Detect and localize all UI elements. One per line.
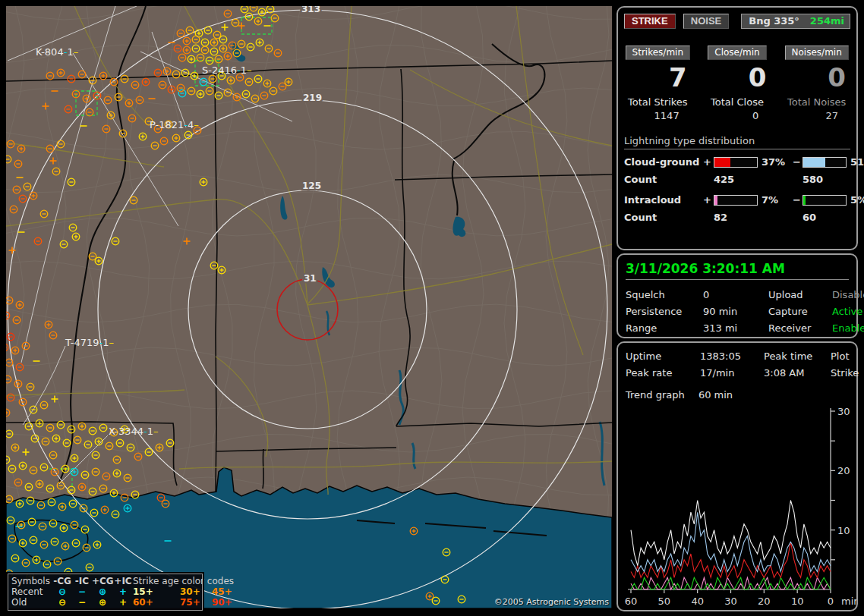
legend-symbol: ⊖	[52, 597, 72, 608]
cg-negative-percent: 51%	[847, 156, 864, 168]
capture-status: Active	[832, 306, 864, 317]
trend-graph-label: Trend graph	[626, 389, 685, 401]
squelch-label: Squelch	[626, 289, 703, 300]
bearing-value: Bng 335°	[749, 15, 799, 27]
intracloud-count-row: Count 82 60	[624, 212, 850, 223]
lightning-app-window: 31321912531 K-804-1–S-2416-1–P-1821-4–T-…	[0, 0, 864, 616]
legend-row-label: Old	[11, 597, 52, 608]
total-noises-value: 27	[777, 108, 856, 121]
ring-label: 219	[303, 93, 322, 103]
plot-mode-value: Strike	[831, 367, 859, 379]
ic-negative-bar	[803, 195, 847, 206]
cloud-ground-count-row: Count 425 580	[624, 174, 850, 185]
peak-time-label: Peak time	[764, 350, 831, 362]
noises-per-min-value: 0	[777, 60, 856, 93]
storm-cell-label: K-804-1–	[36, 46, 78, 58]
svg-text:30: 30	[724, 596, 737, 607]
svg-text:10: 10	[837, 525, 850, 536]
copyright-text: ©2005 Astrogenic Systems	[494, 597, 609, 607]
peak-time-value: 3:08 AM	[764, 367, 831, 379]
ring-label: 31	[304, 273, 317, 284]
strike-trend-chart: 1020306050403020100min	[618, 404, 856, 610]
legend-age-value: 75+	[180, 597, 212, 608]
noises-column: Noises/min 0 Total Noises 27	[777, 46, 856, 121]
cg-negative-bar	[803, 157, 847, 168]
legend-age-value: 90+	[212, 597, 242, 608]
svg-text:min: min	[841, 596, 856, 607]
legend-symbol: +	[113, 586, 133, 597]
trend-series-total-strike-rate	[631, 501, 831, 566]
plot-label: Plot	[831, 350, 859, 362]
persistence-label: Persistence	[626, 306, 703, 317]
distribution-title: Lightning type distribution	[624, 135, 850, 149]
legend-symbol: ⊕	[92, 586, 113, 597]
storm-cell-label: P-1821-4–	[150, 119, 199, 130]
ic-negative-count: 60	[803, 212, 847, 223]
ic-negative-percent: 5%	[847, 194, 864, 206]
minus-sign: −	[793, 156, 803, 168]
noise-mode-button[interactable]: NOISE	[683, 14, 729, 29]
ring-label: 125	[302, 181, 321, 191]
cloud-ground-row: Cloud-ground + 37% − 51%	[624, 156, 850, 168]
cg-positive-percent: 37%	[758, 156, 793, 168]
legend-symbol: +	[113, 597, 133, 608]
total-close-value: 0	[698, 108, 777, 121]
persistence-value: 90 min	[703, 306, 768, 317]
uptime-label: Uptime	[626, 350, 700, 362]
svg-text:40: 40	[691, 596, 704, 607]
trend-series-cg--rate	[631, 512, 831, 571]
legend-header: -CG	[52, 576, 72, 586]
strikes-column: Strikes/min 7 Total Strikes 1147	[618, 46, 698, 121]
lightning-distribution-section: Lightning type distribution Cloud-ground…	[624, 135, 850, 223]
strike-map[interactable]: 31321912531 K-804-1–S-2416-1–P-1821-4–T-…	[6, 6, 612, 608]
noises-per-min-button[interactable]: Noises/min	[785, 46, 849, 60]
strikes-per-min-value: 7	[618, 60, 698, 93]
intracloud-row: Intracloud + 7% − 5%	[624, 194, 850, 206]
legend-header: Symbols	[11, 576, 52, 586]
ic-positive-count: 82	[714, 212, 758, 223]
cg-positive-bar	[714, 157, 758, 168]
svg-text:30: 30	[837, 406, 850, 417]
close-column: Close/min 0 Total Close 0	[698, 46, 777, 121]
legend-age-header: Strike age color codes	[133, 576, 242, 586]
close-per-min-button[interactable]: Close/min	[708, 46, 766, 60]
receiver-status: Enabled	[832, 322, 864, 334]
svg-text:50: 50	[658, 596, 671, 607]
legend-symbol: −	[72, 597, 92, 608]
svg-text:60: 60	[625, 596, 638, 607]
symbol-legend: Symbols-CG-IC+CG+ICStrike age color code…	[8, 574, 203, 611]
bearing-readout: Bng 335°254mi	[741, 14, 850, 29]
minus-sign: −	[793, 194, 803, 206]
strike-stats-panel: STRIKE NOISE Bng 335°254mi Strikes/min 7…	[616, 6, 858, 250]
svg-text:0: 0	[828, 596, 834, 607]
cg-negative-count: 580	[803, 174, 847, 185]
storm-cell-label: X-3344-1–	[109, 426, 159, 437]
storm-cell-label: T-4719-1–	[65, 337, 114, 348]
legend-age-value: 60+	[133, 597, 180, 608]
legend-age-value: 45+	[212, 586, 242, 597]
total-noises-label: Total Noises	[777, 96, 856, 108]
datetime-display: 3/11/2026 3:20:11 AM	[626, 261, 849, 280]
plus-sign: +	[703, 156, 714, 168]
count-label: Count	[624, 174, 703, 185]
legend-header: +IC	[113, 576, 133, 586]
svg-text:20: 20	[837, 465, 850, 476]
legend-header: +CG	[92, 576, 113, 586]
cloud-ground-label: Cloud-ground	[624, 156, 703, 168]
total-close-label: Total Close	[698, 96, 777, 108]
legend-symbol: ⊖	[52, 586, 72, 597]
peak-rate-label: Peak rate	[626, 367, 700, 379]
total-strikes-value: 1147	[618, 108, 698, 121]
squelch-value: 0	[703, 289, 768, 300]
legend-row-label: Recent	[11, 586, 52, 597]
plus-sign: +	[703, 194, 714, 206]
range-value: 313 mi	[703, 322, 768, 334]
map-canvas: 31321912531 K-804-1–S-2416-1–P-1821-4–T-…	[6, 6, 612, 608]
upload-status: Disabled	[832, 289, 864, 300]
strike-mode-button[interactable]: STRIKE	[624, 14, 676, 29]
legend-symbol: −	[72, 586, 92, 597]
strikes-per-min-button[interactable]: Strikes/min	[626, 46, 690, 60]
uptime-value: 1383:05	[700, 350, 764, 362]
legend-age-value: 30+	[180, 586, 212, 597]
svg-text:20: 20	[758, 596, 771, 607]
